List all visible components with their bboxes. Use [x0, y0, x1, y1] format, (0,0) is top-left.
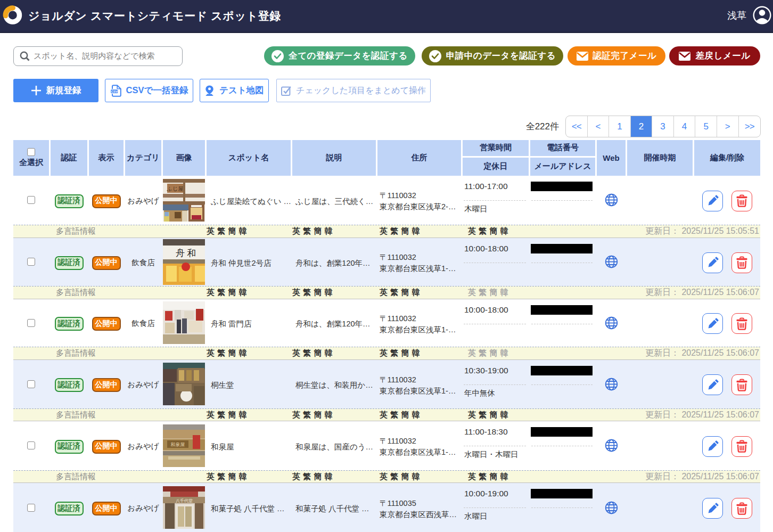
- svg-text:八千代堂: 八千代堂: [176, 498, 193, 503]
- svg-text:和泉屋: 和泉屋: [171, 442, 185, 447]
- svg-text:CSV: CSV: [111, 89, 117, 93]
- svg-text:ふじ屋: ふじ屋: [167, 186, 183, 192]
- svg-text:舟 和: 舟 和: [176, 248, 196, 258]
